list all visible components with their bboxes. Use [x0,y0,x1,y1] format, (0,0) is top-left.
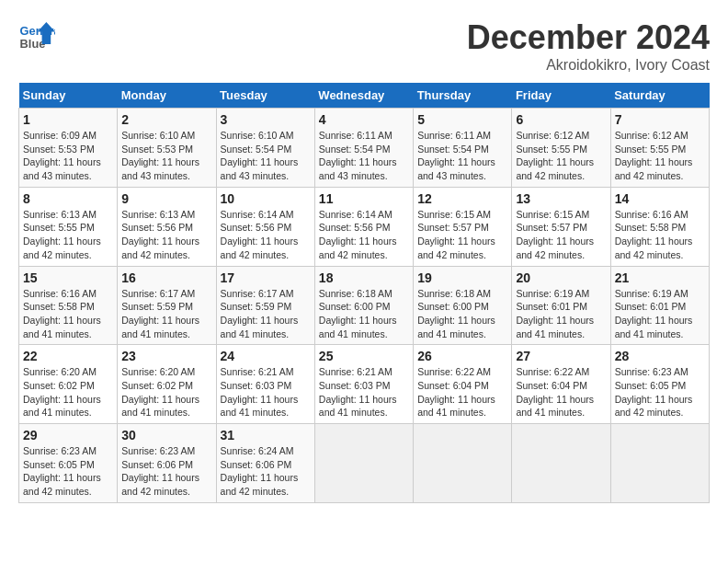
calendar-cell [610,424,709,503]
calendar-cell: 17Sunrise: 6:17 AMSunset: 5:59 PMDayligh… [216,266,314,345]
calendar-cell: 26Sunrise: 6:22 AMSunset: 6:04 PMDayligh… [414,345,512,424]
calendar-cell: 25Sunrise: 6:21 AMSunset: 6:03 PMDayligh… [314,345,413,424]
day-number: 10 [221,191,311,206]
location-title: Akroidokikro, Ivory Coast [467,57,710,74]
day-number: 3 [221,112,311,127]
day-detail: Sunrise: 6:20 AMSunset: 6:02 PMDaylight:… [121,365,211,419]
day-number: 11 [319,191,409,206]
day-header-sunday: Sunday [19,83,118,109]
day-number: 2 [121,112,211,127]
day-number: 26 [417,349,507,363]
month-year-title: December 2024 [467,18,710,57]
day-detail: Sunrise: 6:23 AMSunset: 6:06 PMDaylight:… [121,444,211,499]
svg-text:Blue: Blue [20,37,46,51]
day-detail: Sunrise: 6:11 AMSunset: 5:54 PMDaylight:… [417,129,507,183]
day-detail: Sunrise: 6:14 AMSunset: 5:56 PMDaylight:… [319,208,409,262]
day-number: 21 [615,270,705,285]
calendar-cell: 5Sunrise: 6:11 AMSunset: 5:54 PMDaylight… [414,109,512,188]
day-number: 4 [319,112,409,127]
calendar-cell: 8Sunrise: 6:13 AMSunset: 5:55 PMDaylight… [19,187,118,266]
day-detail: Sunrise: 6:19 AMSunset: 6:01 PMDaylight:… [615,287,705,341]
day-detail: Sunrise: 6:12 AMSunset: 5:55 PMDaylight:… [615,129,705,183]
calendar-cell: 13Sunrise: 6:15 AMSunset: 5:57 PMDayligh… [512,187,610,266]
day-detail: Sunrise: 6:13 AMSunset: 5:55 PMDaylight:… [23,208,113,262]
day-number: 25 [319,349,409,363]
calendar-week-2: 8Sunrise: 6:13 AMSunset: 5:55 PMDaylight… [19,187,710,266]
calendar-cell: 15Sunrise: 6:16 AMSunset: 5:58 PMDayligh… [19,266,118,345]
calendar-cell [314,424,413,503]
day-detail: Sunrise: 6:24 AMSunset: 6:06 PMDaylight:… [221,444,311,499]
day-number: 9 [121,191,211,206]
day-number: 28 [615,349,705,363]
calendar-cell: 29Sunrise: 6:23 AMSunset: 6:05 PMDayligh… [19,424,118,503]
day-number: 15 [23,270,113,285]
day-detail: Sunrise: 6:18 AMSunset: 6:00 PMDaylight:… [319,287,409,341]
calendar-week-4: 22Sunrise: 6:20 AMSunset: 6:02 PMDayligh… [19,345,710,424]
day-header-wednesday: Wednesday [314,83,413,109]
day-detail: Sunrise: 6:17 AMSunset: 5:59 PMDaylight:… [121,287,211,341]
day-detail: Sunrise: 6:22 AMSunset: 6:04 PMDaylight:… [417,365,507,419]
calendar-cell: 2Sunrise: 6:10 AMSunset: 5:53 PMDaylight… [118,109,216,188]
day-header-thursday: Thursday [414,83,512,109]
day-number: 23 [121,349,211,363]
calendar-cell: 27Sunrise: 6:22 AMSunset: 6:04 PMDayligh… [512,345,610,424]
day-number: 12 [417,191,507,206]
day-header-saturday: Saturday [610,83,709,109]
day-detail: Sunrise: 6:15 AMSunset: 5:57 PMDaylight:… [417,208,507,262]
calendar-cell: 23Sunrise: 6:20 AMSunset: 6:02 PMDayligh… [118,345,216,424]
day-number: 13 [516,191,606,206]
calendar-cell [414,424,512,503]
day-number: 27 [516,349,606,363]
day-number: 24 [221,349,311,363]
day-detail: Sunrise: 6:10 AMSunset: 5:54 PMDaylight:… [221,129,311,183]
calendar-cell [512,424,610,503]
day-detail: Sunrise: 6:21 AMSunset: 6:03 PMDaylight:… [221,365,311,419]
day-number: 17 [221,270,311,285]
logo-icon: General Blue [18,18,55,55]
day-detail: Sunrise: 6:16 AMSunset: 5:58 PMDaylight:… [23,287,113,341]
calendar-cell: 28Sunrise: 6:23 AMSunset: 6:05 PMDayligh… [610,345,709,424]
day-number: 19 [417,270,507,285]
calendar-cell: 1Sunrise: 6:09 AMSunset: 5:53 PMDaylight… [19,109,118,188]
day-number: 30 [121,428,211,442]
calendar-table: SundayMondayTuesdayWednesdayThursdayFrid… [18,83,710,503]
day-detail: Sunrise: 6:15 AMSunset: 5:57 PMDaylight:… [516,208,606,262]
day-header-friday: Friday [512,83,610,109]
calendar-cell: 19Sunrise: 6:18 AMSunset: 6:00 PMDayligh… [414,266,512,345]
calendar-week-3: 15Sunrise: 6:16 AMSunset: 5:58 PMDayligh… [19,266,710,345]
calendar-cell: 18Sunrise: 6:18 AMSunset: 6:00 PMDayligh… [314,266,413,345]
day-number: 29 [23,428,113,442]
day-number: 1 [23,112,113,127]
day-number: 16 [121,270,211,285]
calendar-cell: 11Sunrise: 6:14 AMSunset: 5:56 PMDayligh… [314,187,413,266]
day-detail: Sunrise: 6:22 AMSunset: 6:04 PMDaylight:… [516,365,606,419]
day-detail: Sunrise: 6:09 AMSunset: 5:53 PMDaylight:… [23,129,113,183]
day-detail: Sunrise: 6:14 AMSunset: 5:56 PMDaylight:… [221,208,311,262]
calendar-cell: 30Sunrise: 6:23 AMSunset: 6:06 PMDayligh… [118,424,216,503]
calendar-cell: 6Sunrise: 6:12 AMSunset: 5:55 PMDaylight… [512,109,610,188]
day-detail: Sunrise: 6:16 AMSunset: 5:58 PMDaylight:… [615,208,705,262]
calendar-cell: 10Sunrise: 6:14 AMSunset: 5:56 PMDayligh… [216,187,314,266]
calendar-cell: 24Sunrise: 6:21 AMSunset: 6:03 PMDayligh… [216,345,314,424]
day-detail: Sunrise: 6:20 AMSunset: 6:02 PMDaylight:… [23,365,113,419]
calendar-cell: 9Sunrise: 6:13 AMSunset: 5:56 PMDaylight… [118,187,216,266]
day-number: 31 [221,428,311,442]
day-number: 5 [417,112,507,127]
day-detail: Sunrise: 6:19 AMSunset: 6:01 PMDaylight:… [516,287,606,341]
calendar-cell: 14Sunrise: 6:16 AMSunset: 5:58 PMDayligh… [610,187,709,266]
day-detail: Sunrise: 6:23 AMSunset: 6:05 PMDaylight:… [615,365,705,419]
calendar-cell: 7Sunrise: 6:12 AMSunset: 5:55 PMDaylight… [610,109,709,188]
calendar-cell: 4Sunrise: 6:11 AMSunset: 5:54 PMDaylight… [314,109,413,188]
calendar-cell: 12Sunrise: 6:15 AMSunset: 5:57 PMDayligh… [414,187,512,266]
day-detail: Sunrise: 6:12 AMSunset: 5:55 PMDaylight:… [516,129,606,183]
day-detail: Sunrise: 6:17 AMSunset: 5:59 PMDaylight:… [221,287,311,341]
day-detail: Sunrise: 6:23 AMSunset: 6:05 PMDaylight:… [23,444,113,499]
calendar-cell: 22Sunrise: 6:20 AMSunset: 6:02 PMDayligh… [19,345,118,424]
calendar-cell: 21Sunrise: 6:19 AMSunset: 6:01 PMDayligh… [610,266,709,345]
page-header: General Blue December 2024 Akroidokikro,… [18,18,710,74]
day-detail: Sunrise: 6:18 AMSunset: 6:00 PMDaylight:… [417,287,507,341]
calendar-cell: 20Sunrise: 6:19 AMSunset: 6:01 PMDayligh… [512,266,610,345]
title-area: December 2024 Akroidokikro, Ivory Coast [467,18,710,74]
logo: General Blue [18,18,55,55]
calendar-body: 1Sunrise: 6:09 AMSunset: 5:53 PMDaylight… [19,109,710,503]
